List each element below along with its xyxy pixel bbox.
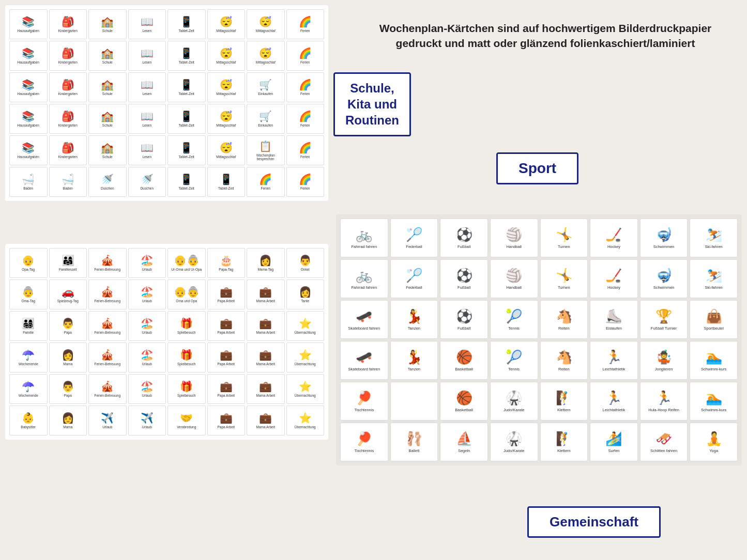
school-card: 📖Lesen	[128, 41, 166, 71]
school-card: 🌈Ferien	[286, 72, 325, 102]
school-card: 📚Hausaufgaben	[9, 72, 48, 102]
sport-card: 💃Tanzen	[390, 341, 438, 380]
school-card: 😴Mittagsschlaf	[207, 72, 246, 102]
school-card: 📖Lesen	[128, 135, 166, 165]
community-grid: 👴Opa-Tag👨‍👩‍👧Familienzeit🎪Ferien-Betreuu…	[9, 248, 324, 435]
school-card: 😴Mittagsschlaf	[207, 104, 246, 134]
sport-card: 🥋Judo/Karate	[490, 423, 538, 461]
community-card: 👩Mama	[49, 406, 87, 435]
sport-card: 🏐Handball	[490, 259, 538, 298]
community-card: 💼Mama Arbeit	[247, 343, 285, 372]
school-card: 📋Wochenplan besprechen	[247, 135, 285, 165]
school-card: 🎒Kindergarten	[49, 72, 87, 102]
sport-card: 🚲Fahrrad fahren	[340, 259, 388, 298]
sport-card: ⚽Fußball	[440, 219, 488, 257]
sport-card: 🏸Federball	[390, 259, 438, 298]
sport-card: 🤿Schwimmen	[640, 259, 688, 298]
sport-card: 🏓Tischtennis	[340, 382, 388, 421]
sport-card: 🏸Federball	[390, 219, 438, 257]
school-card: 🛒Einkaufen	[247, 72, 285, 102]
school-card: 😴Mittagsschlaf	[247, 9, 285, 39]
sport-card: 🧘Yoga	[690, 423, 738, 461]
school-card: 😴Mittagsschlaf	[207, 135, 246, 165]
school-card: 📱Tablet-Zeit	[167, 41, 206, 71]
community-card: 🚗Spielzeug-Tag	[49, 279, 87, 309]
community-card: 💼Papa Arbeit	[207, 406, 246, 435]
community-card: 👶Babysitter	[9, 406, 48, 435]
school-card: 📱Tablet-Zeit	[167, 104, 206, 134]
community-card: 💼Papa Arbeit	[207, 279, 246, 309]
school-card: 📖Lesen	[128, 72, 166, 102]
school-card: 📱Tablet-Zeit	[167, 135, 206, 165]
school-card: 🏫Schule	[88, 104, 127, 134]
sport-card: 🏃Hula-Hoop Reifen	[640, 382, 688, 421]
sport-card: 🎾Tennis	[490, 300, 538, 339]
community-card: ⭐Übernachtung	[286, 311, 325, 341]
sport-card: 🏒Hockey	[590, 259, 638, 298]
sport-card: 🏊Schwimm-kurs	[690, 382, 738, 421]
community-card: ☂️Wochenende	[9, 343, 48, 372]
school-card: 📖Lesen	[128, 104, 166, 134]
community-card: 💼Mama Arbeit	[247, 279, 285, 309]
community-card: 🎁Spielbesuch	[167, 311, 206, 341]
sport-card: 🏊Schwimm-kurs	[690, 341, 738, 380]
community-card: 👵Oma-Tag	[9, 279, 48, 309]
sport-card: 🧗Klettern	[540, 423, 588, 461]
school-card: 🎒Kindergarten	[49, 135, 87, 165]
sport-grid: 🚲Fahrrad fahren🏸Federball⚽Fußball🏐Handba…	[340, 219, 738, 461]
school-card: 🛒Einkaufen	[247, 104, 285, 134]
sport-card: 🧗Klettern	[540, 382, 588, 421]
school-card: 🏫Schule	[88, 135, 127, 165]
community-card: 🏖️Urlaub	[128, 279, 166, 309]
school-grid: 📚Hausaufgaben🎒Kindergarten🏫Schule📖Lesen📱…	[9, 9, 324, 197]
sport-card: 🐴Reiten	[540, 300, 588, 339]
sport-card: 🏀Basketball	[440, 341, 488, 380]
sport-card: 🥋Judo/Karate	[490, 382, 538, 421]
community-card: 👩Mama	[49, 343, 87, 372]
community-card: ⭐Übernachtung	[286, 374, 325, 404]
community-card: 💼Papa Arbeit	[207, 311, 246, 341]
community-card: 👨Onkel	[286, 248, 325, 278]
school-card: 🏫Schule	[88, 9, 127, 39]
community-card: 🎁Spielbesuch	[167, 343, 206, 372]
sport-card: ⚽Fußball	[440, 300, 488, 339]
sport-card: 🏄Surfen	[590, 423, 638, 461]
school-card: 📚Hausaufgaben	[9, 135, 48, 165]
sport-card: 🛹Skateboard fahren	[340, 341, 388, 380]
school-card: 🌈Ferien	[286, 9, 325, 39]
community-card: 💼Papa Arbeit	[207, 374, 246, 404]
sport-card: 🏓Tischtennis	[340, 423, 388, 461]
community-card: ⭐Übernachtung	[286, 406, 325, 435]
sport-card: 🏃Leichtathletik	[590, 341, 638, 380]
sport-card: ⛸️Eislaufen	[590, 300, 638, 339]
school-card: 🌈Ferien	[286, 104, 325, 134]
community-card: 🤝Verabredung	[167, 406, 206, 435]
sport-card: 🐴Reiten	[540, 341, 588, 380]
community-card: 💼Mama Arbeit	[247, 311, 285, 341]
community-card: 👨Papa	[49, 374, 87, 404]
community-card: ⭐Übernachtung	[286, 343, 325, 372]
school-card: 🌈Ferien	[247, 167, 285, 197]
sport-card: 🩰Ballett	[390, 423, 438, 461]
community-card: 🎪Ferien-Betreuung	[88, 311, 127, 341]
community-card: 🎪Ferien-Betreuung	[88, 279, 127, 309]
sport-card: 🏀Basketball	[440, 382, 488, 421]
sport-card: 🛷Schlitten fahren	[640, 423, 688, 461]
community-card: 🏖️Urlaub	[128, 343, 166, 372]
school-card: 📚Hausaufgaben	[9, 41, 48, 71]
community-card: 🎁Spielbesuch	[167, 374, 206, 404]
sport-grid-container: 🚲Fahrrad fahren🏸Federball⚽Fußball🏐Handba…	[336, 214, 742, 465]
community-card: 👴Opa-Tag	[9, 248, 48, 278]
sport-card: 💃Tanzen	[390, 300, 438, 339]
school-card: 📱Tablet-Zeit	[167, 167, 206, 197]
sport-card: ⛷️Ski-fahren	[690, 219, 738, 257]
sport-card: 🤹Jonglieren	[640, 341, 688, 380]
category-sport: Sport	[496, 152, 578, 184]
school-card: 🌈Ferien	[286, 167, 325, 197]
school-card: 📱Tablet-Zeit	[167, 72, 206, 102]
school-card: 🛁Baden	[9, 167, 48, 197]
community-card: 🎪Ferien-Betreuung	[88, 343, 127, 372]
school-card: 🏫Schule	[88, 41, 127, 71]
community-card: 👩Tante	[286, 279, 325, 309]
community-card: 👨Papa	[49, 311, 87, 341]
